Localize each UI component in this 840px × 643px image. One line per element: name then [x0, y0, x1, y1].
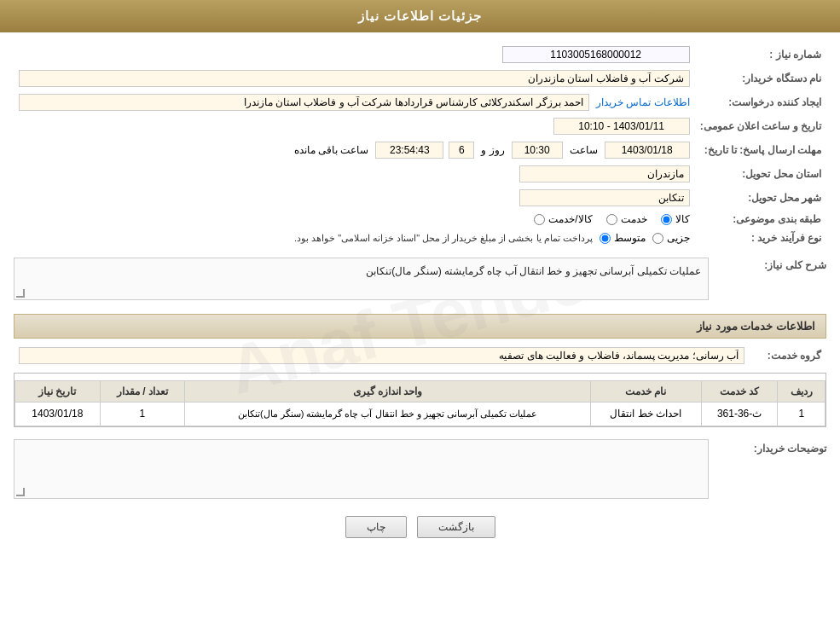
content-area: شماره نیاز : نام دستگاه خریدار:: [0, 32, 840, 559]
need-description-text: عملیات تکمیلی آبرسانی تجهیز و خط انتقال …: [366, 265, 701, 277]
need-description-box: عملیات تکمیلی آبرسانی تجهیز و خط انتقال …: [14, 258, 709, 300]
resize-handle: [16, 289, 25, 298]
category-kala-option[interactable]: کالا: [661, 213, 690, 225]
purchase-mottasat-radio[interactable]: [600, 233, 611, 244]
purchase-type-label: نوع فرآیند خرید :: [695, 229, 826, 247]
deadline-remaining-label: ساعت باقی مانده: [294, 144, 369, 156]
cell-service-code: ث-36-361: [701, 403, 778, 426]
service-group-table: گروه خدمت:: [14, 344, 826, 368]
col-count: تعداد / مقدار: [100, 381, 185, 403]
col-service-code: کد خدمت: [701, 381, 778, 403]
purchase-type-row: نوع فرآیند خرید : جزیی متوسط پرداخت: [14, 229, 826, 247]
page-header: جزئیات اطلاعات نیاز: [0, 0, 840, 32]
category-kala-khadamat-radio[interactable]: [534, 214, 545, 225]
category-kala-khadamat-option[interactable]: کالا/خدمت: [534, 213, 592, 225]
need-number-row: شماره نیاز :: [14, 43, 826, 67]
deadline-remaining-input[interactable]: [375, 142, 443, 159]
city-input[interactable]: [519, 189, 690, 206]
need-number-value-cell: [125, 43, 695, 67]
announce-date-input[interactable]: [553, 118, 690, 135]
deadline-time-input[interactable]: [512, 142, 563, 159]
deadline-days-input[interactable]: [449, 142, 474, 159]
deadline-days-label: روز و: [481, 144, 504, 156]
requester-row: ایجاد کننده درخواست: اطلاعات تماس خریدار: [14, 90, 826, 114]
purchase-type-value-cell: جزیی متوسط پرداخت تمام یا بخشی از مبلغ خ…: [14, 229, 695, 247]
buyer-description-label: توضیحات خریدار:: [715, 436, 826, 455]
table-row: 1 ث-36-361 احداث خط انتقال عملیات تکمیلی…: [15, 403, 826, 426]
purchase-mottasat-label: متوسط: [614, 232, 646, 244]
category-khadamat-option[interactable]: خدمت: [606, 213, 647, 225]
page-title: جزئیات اطلاعات نیاز: [358, 9, 482, 23]
footer-buttons: بازگشت چاپ: [14, 516, 826, 548]
city-label: شهر محل تحویل:: [695, 186, 826, 210]
requester-label: ایجاد کننده درخواست:: [695, 90, 826, 114]
province-value-cell: [14, 162, 695, 186]
deadline-value-cell: ساعت روز و ساعت باقی مانده: [14, 138, 695, 162]
announce-date-row: تاریخ و ساعت اعلان عمومی:: [14, 114, 826, 138]
province-label: استان محل تحویل:: [695, 162, 826, 186]
buyer-org-row: نام دستگاه خریدار:: [14, 67, 826, 90]
service-group-input[interactable]: [19, 347, 744, 364]
city-row: شهر محل تحویل:: [14, 186, 826, 210]
deadline-date-input[interactable]: [605, 142, 690, 159]
service-group-value-cell: [14, 344, 750, 368]
need-number-input[interactable]: [502, 46, 690, 63]
category-value-cell: کالا خدمت کالا/خدمت: [14, 210, 695, 229]
cell-service-name: احداث خط انتقال: [590, 403, 701, 426]
print-button[interactable]: چاپ: [345, 516, 407, 538]
services-table-outer: ردیف کد خدمت نام خدمت واحد اندازه گیری ت…: [14, 373, 826, 427]
category-kala-radio[interactable]: [661, 214, 672, 225]
category-khadamat-radio[interactable]: [606, 214, 617, 225]
purchase-jozi-option[interactable]: جزیی: [652, 232, 690, 244]
service-group-row: گروه خدمت:: [14, 344, 826, 368]
buyer-org-input[interactable]: [19, 70, 690, 87]
page-wrapper: Anaf Tender جزئیات اطلاعات نیاز شماره نی…: [0, 0, 840, 643]
col-unit: واحد اندازه گیری: [185, 381, 591, 403]
cell-row-num: 1: [778, 403, 826, 426]
province-row: استان محل تحویل:: [14, 162, 826, 186]
category-row: طبقه بندی موضوعی: کالا خدمت: [14, 210, 826, 229]
purchase-jozi-radio[interactable]: [652, 233, 663, 244]
announce-date-value-cell: [14, 114, 695, 138]
purchase-jozi-label: جزیی: [667, 232, 690, 244]
category-label: طبقه بندی موضوعی:: [695, 210, 826, 229]
deadline-row: مهلت ارسال پاسخ: تا تاریخ: ساعت روز و سا…: [14, 138, 826, 162]
need-number-label: شماره نیاز :: [695, 43, 826, 67]
purchase-type-note: پرداخت تمام یا بخشی از مبلغ خریدار از مح…: [294, 233, 593, 244]
col-row-num: ردیف: [778, 381, 826, 403]
category-kala-label: کالا: [675, 213, 690, 225]
col-need-date: تاریخ نیاز: [15, 381, 101, 403]
requester-input[interactable]: [19, 94, 589, 111]
services-table: ردیف کد خدمت نام خدمت واحد اندازه گیری ت…: [14, 380, 826, 426]
resize-handle-buyer: [16, 488, 25, 496]
main-info-table: شماره نیاز : نام دستگاه خریدار:: [14, 43, 826, 247]
buyer-org-label: نام دستگاه خریدار:: [695, 67, 826, 90]
category-kala-khadamat-label: کالا/خدمت: [548, 213, 592, 225]
requester-value-cell: اطلاعات تماس خریدار: [14, 90, 695, 114]
buyer-description-box: [14, 439, 709, 499]
category-khadamat-label: خدمت: [621, 213, 647, 225]
cell-count: 1: [100, 403, 185, 426]
province-input[interactable]: [519, 165, 690, 182]
purchase-mottasat-option[interactable]: متوسط: [600, 232, 646, 244]
need-description-label: شرح کلی نیاز:: [715, 252, 826, 271]
cell-need-date: 1403/01/18: [15, 403, 101, 426]
deadline-label: مهلت ارسال پاسخ: تا تاریخ:: [695, 138, 826, 162]
services-table-header-row: ردیف کد خدمت نام خدمت واحد اندازه گیری ت…: [15, 381, 826, 403]
requester-link[interactable]: اطلاعات تماس خریدار: [596, 96, 690, 108]
back-button[interactable]: بازگشت: [417, 516, 495, 538]
city-value-cell: [14, 186, 695, 210]
services-section-header: اطلاعات خدمات مورد نیاز: [14, 314, 826, 339]
announce-date-label: تاریخ و ساعت اعلان عمومی:: [695, 114, 826, 138]
deadline-time-label: ساعت: [570, 144, 598, 156]
buyer-org-value-cell: [14, 67, 695, 90]
cell-unit: عملیات تکمیلی آبرسانی تجهیز و خط انتقال …: [185, 403, 591, 426]
service-group-label: گروه خدمت:: [750, 344, 826, 368]
col-service-name: نام خدمت: [590, 381, 701, 403]
